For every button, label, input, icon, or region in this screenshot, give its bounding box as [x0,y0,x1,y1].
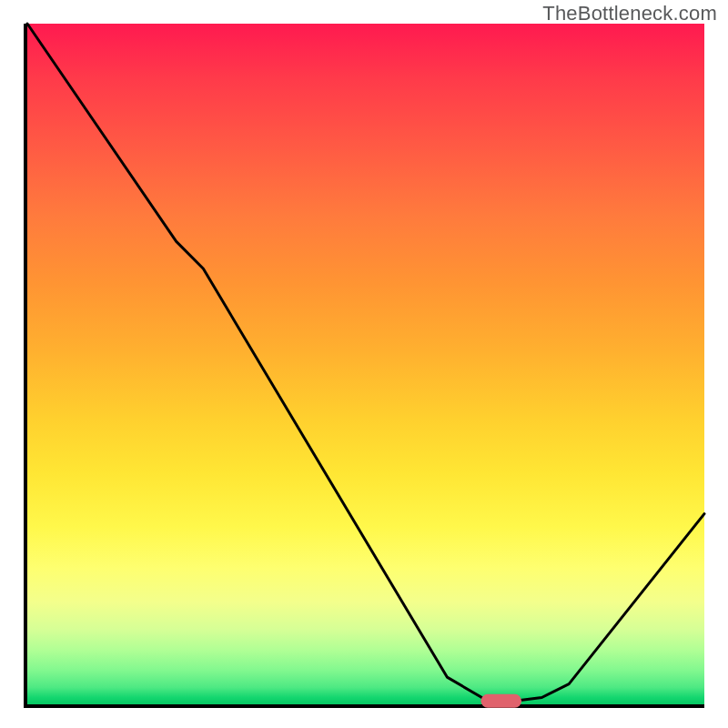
chart-overlay [27,24,704,704]
attribution-text: TheBottleneck.com [542,2,717,25]
bottleneck-curve [27,24,704,701]
plot-area [24,24,704,708]
optimal-marker [481,694,522,708]
chart-canvas: TheBottleneck.com [0,0,728,728]
